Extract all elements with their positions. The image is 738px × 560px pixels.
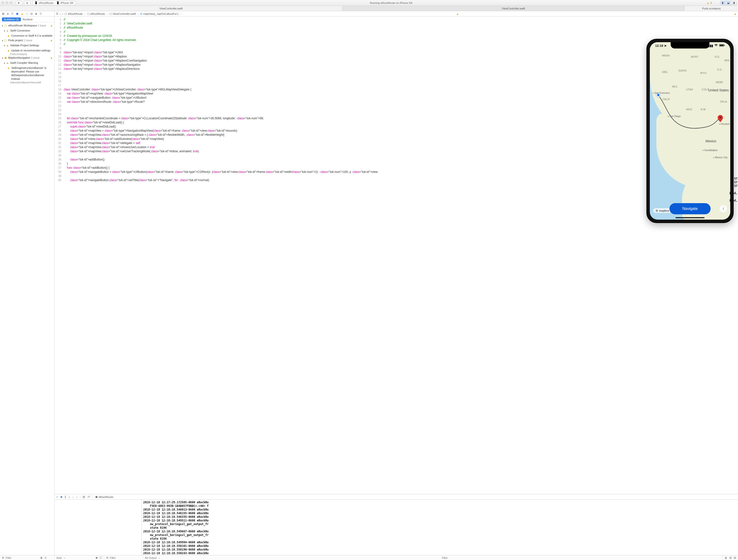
console-layout-icon[interactable]: ▥ bbox=[729, 556, 732, 559]
map-view[interactable]: Wash. Mont. N.D. Min Ore. Idaho Wyo. S.D… bbox=[650, 42, 730, 220]
source-editor[interactable]: 1 2 3 4 5 6 7 8 9 10 11 12 13 14 15 16 1… bbox=[54, 16, 738, 494]
symbol-nav-icon[interactable]: ☰ bbox=[11, 12, 14, 15]
tree-group[interactable]: ▼▲ Swift Conversion bbox=[0, 28, 54, 33]
step-out-icon[interactable]: ↑ bbox=[76, 496, 78, 498]
issue-file: InstructionsBannerView.swift bbox=[0, 81, 54, 84]
simulator-screen[interactable]: 12:18 ➤ ▮▮▮ Wash. Mont. N.D. Mi bbox=[650, 42, 730, 220]
tree-group[interactable]: ▼▣ MapboxNavigation 1 issue ▲ bbox=[0, 55, 54, 61]
find-nav-icon[interactable]: ▣ bbox=[16, 12, 18, 15]
warning-icon: ▲ bbox=[707, 1, 709, 4]
issue-summary[interactable]: ▲ 3 bbox=[707, 1, 712, 4]
output-scope[interactable]: All Output bbox=[145, 556, 156, 559]
jump-bar[interactable]: ☰ ‹ › ▢eRockRoute ▢eRockRoute ▢ViewContr… bbox=[54, 11, 738, 16]
framework-icon: ▣ bbox=[4, 56, 7, 60]
toggle-left-panel[interactable]: ◧ bbox=[720, 1, 726, 5]
filter-icon[interactable]: ⊕ bbox=[2, 556, 4, 559]
issue-tree: ▼▢ eRockRoute Workspace 1 issue ▲ ▼▲ Swi… bbox=[0, 22, 54, 555]
method-icon: M bbox=[140, 12, 142, 15]
breakpoint-nav-icon[interactable]: ◆ bbox=[35, 12, 37, 15]
runtime-tab[interactable]: Runtime bbox=[23, 18, 33, 21]
editor-tab-bar: ViewController.swift ViewController.swif… bbox=[0, 6, 738, 11]
continue-icon[interactable]: ‖ bbox=[65, 495, 66, 498]
swift-file-icon: ▢ bbox=[109, 12, 112, 15]
scheme-app-name: eRockRoute bbox=[39, 1, 53, 4]
debug-view-icon[interactable]: ▥ bbox=[83, 495, 85, 498]
home-indicator[interactable] bbox=[676, 217, 705, 218]
variables-view[interactable] bbox=[54, 500, 142, 555]
editor-tab[interactable]: Pods.xcodeproj bbox=[685, 6, 738, 11]
warning-icon[interactable]: ▲ bbox=[456, 12, 459, 15]
run-button[interactable]: ▶ bbox=[16, 1, 22, 5]
code-text[interactable]: // // ViewController.swift // eRockRoute… bbox=[63, 16, 738, 494]
app-icon: 📱 bbox=[34, 1, 38, 4]
folder-icon: ▢ bbox=[87, 12, 89, 15]
console-layout-icon[interactable]: ▤ bbox=[734, 556, 736, 559]
console-output[interactable]: 2018-12-18 12:17:29.172585-0600 eRockRo … bbox=[142, 500, 738, 555]
memory-graph-icon[interactable]: ☍ bbox=[87, 495, 90, 498]
warning-icon: ▲ bbox=[7, 34, 10, 38]
warning-icon[interactable]: ▲ bbox=[734, 12, 737, 15]
scheme-selector[interactable]: 📱 eRockRoute › 📱 iPhone XR bbox=[32, 1, 76, 5]
auto-variables-label[interactable]: Auto bbox=[56, 556, 62, 559]
forward-button-icon[interactable]: › bbox=[62, 12, 63, 15]
scope-icon[interactable]: ◎ bbox=[44, 556, 47, 559]
city-label: Houston bbox=[719, 123, 730, 125]
workspace-icon: ▢ bbox=[4, 24, 7, 27]
city-label: San Francisco bbox=[653, 92, 670, 94]
project-nav-icon[interactable]: ▦ bbox=[2, 12, 4, 15]
related-items-icon[interactable]: ☰ bbox=[56, 12, 58, 15]
report-nav-icon[interactable]: ☰ bbox=[39, 12, 42, 15]
tree-group[interactable]: ▼▢ Pods project 1 issue ▲ bbox=[0, 38, 54, 43]
process-target[interactable]: ▣ eRockRoute bbox=[95, 495, 113, 498]
tree-issue[interactable]: ▲ 'didDragInstructionsBanner' is depreca… bbox=[0, 66, 54, 81]
info-button[interactable]: i bbox=[720, 205, 727, 212]
editor-tab[interactable]: ViewController.swift bbox=[0, 6, 342, 11]
toggle-bottom-panel[interactable]: ⬓ bbox=[726, 1, 731, 5]
map-label: Ariz. bbox=[686, 108, 693, 111]
buildtime-pill[interactable]: Buildtime (3) bbox=[2, 17, 21, 21]
toggle-right-panel[interactable]: ◨ bbox=[731, 1, 736, 5]
variables-filter-input[interactable] bbox=[110, 556, 143, 559]
city-label: Mexico City bbox=[713, 156, 728, 159]
tree-group[interactable]: ▼▲ Swift Compiler Warning bbox=[0, 61, 54, 66]
hide-debug-icon[interactable]: ▿ bbox=[56, 495, 58, 498]
ios-simulator: 12:18 ➤ ▮▮▮ Wash. Mont. N.D. Mi bbox=[646, 39, 734, 223]
debug-nav-icon[interactable]: ▤ bbox=[30, 12, 33, 15]
source-control-icon[interactable]: ◈ bbox=[7, 12, 9, 15]
filter-icon[interactable]: ⊕ bbox=[106, 556, 108, 559]
window-traffic-lights[interactable] bbox=[1, 1, 12, 4]
navigator-filter-input[interactable] bbox=[6, 556, 39, 559]
zoom-window-icon[interactable] bbox=[10, 1, 12, 4]
console-filter-input[interactable] bbox=[442, 556, 721, 559]
tree-group[interactable]: ▼▲ Validate Project Settings bbox=[0, 43, 54, 48]
issue-nav-icon[interactable]: ▲ bbox=[21, 12, 23, 15]
stop-button[interactable]: ■ bbox=[24, 1, 30, 5]
breadcrumb: ▢eRockRoute bbox=[64, 12, 85, 15]
step-over-icon[interactable]: ⤵ bbox=[69, 496, 70, 498]
editor-tab[interactable]: ViewController.swift bbox=[342, 6, 685, 11]
info-icon[interactable]: ⓘ bbox=[99, 556, 102, 560]
minimize-window-icon[interactable] bbox=[6, 1, 8, 4]
clock-icon[interactable]: ◐ bbox=[40, 556, 43, 559]
tree-issue[interactable]: ▲ Update to recommended settings bbox=[0, 48, 54, 53]
back-button-icon[interactable]: ‹ bbox=[60, 12, 61, 15]
map-label: Wyo. bbox=[700, 72, 707, 74]
destination-pin-icon[interactable] bbox=[718, 115, 723, 122]
map-label: Mexico bbox=[706, 139, 716, 143]
trash-icon[interactable]: 🗑 bbox=[725, 556, 727, 559]
tree-issue[interactable]: ▲ Conversion to Swift 4.2 is available bbox=[0, 33, 54, 38]
test-nav-icon[interactable]: ◇ bbox=[26, 12, 28, 15]
navigate-button[interactable]: Navigate bbox=[669, 203, 711, 214]
breakpoints-toggle-icon[interactable]: ◆ bbox=[60, 495, 62, 498]
mapbox-attribution[interactable]: ◎ mapbox bbox=[653, 208, 672, 213]
tree-group[interactable]: ▼▢ eRockRoute Workspace 1 issue ▲ bbox=[0, 23, 54, 28]
map-label: Ore. bbox=[662, 71, 668, 73]
navigator-panel: ▦ ◈ ☰ ▣ ▲ ◇ ▤ ◆ ☰ Buildtime (3) Runtime … bbox=[0, 11, 54, 555]
map-label: Wash. bbox=[662, 54, 670, 57]
map-label: Nev. bbox=[672, 85, 678, 88]
map-label: Nebr. bbox=[716, 81, 724, 84]
quicklook-icon[interactable]: ◉ bbox=[95, 556, 98, 559]
map-label: United States bbox=[708, 88, 729, 92]
step-into-icon[interactable]: ↓ bbox=[72, 496, 74, 498]
close-window-icon[interactable] bbox=[1, 1, 4, 4]
